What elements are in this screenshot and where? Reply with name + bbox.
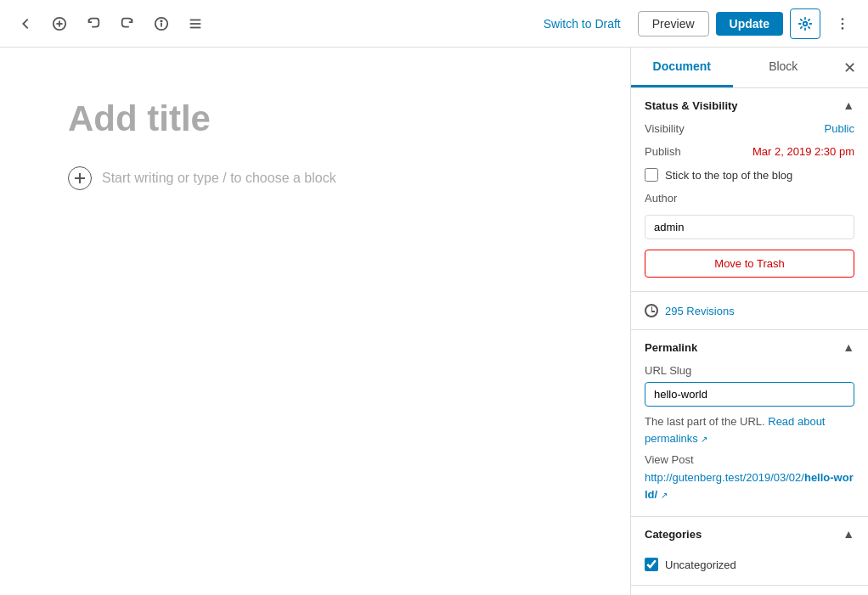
toolbar-right: Switch to Draft Preview Update <box>533 8 858 39</box>
publish-date-value[interactable]: Mar 2, 2019 2:30 pm <box>752 145 854 158</box>
permalink-section: Permalink ▲ URL Slug The last part of th… <box>631 330 868 517</box>
permalink-content: URL Slug The last part of the URL. Read … <box>631 364 868 516</box>
more-options-button[interactable] <box>827 8 858 39</box>
visibility-row: Visibility Public <box>645 122 854 135</box>
author-row: Author <box>645 192 854 205</box>
add-block-inline-button[interactable] <box>68 166 92 190</box>
category-row-uncategorized: Uncategorized <box>645 558 854 571</box>
stick-to-top-row: Stick to the top of the blog <box>645 168 854 182</box>
uncategorized-checkbox[interactable] <box>645 558 658 571</box>
url-slug-input[interactable] <box>645 382 854 407</box>
status-visibility-header[interactable]: Status & Visibility ▲ <box>631 88 868 122</box>
list-view-button[interactable] <box>180 8 211 39</box>
permalink-title: Permalink <box>645 341 697 354</box>
update-button[interactable]: Update <box>716 12 783 36</box>
settings-button[interactable] <box>790 8 820 39</box>
uncategorized-label[interactable]: Uncategorized <box>665 559 736 571</box>
undo-button[interactable] <box>78 8 109 39</box>
tab-document[interactable]: Document <box>631 48 733 87</box>
author-input[interactable] <box>645 215 854 239</box>
svg-point-11 <box>842 22 844 25</box>
move-to-trash-button[interactable]: Move to Trash <box>645 250 854 278</box>
svg-point-12 <box>842 27 844 30</box>
preview-button[interactable]: Preview <box>638 11 709 36</box>
author-label: Author <box>645 192 677 205</box>
svg-point-9 <box>803 21 808 25</box>
switch-to-draft-button[interactable]: Switch to Draft <box>533 12 631 36</box>
toolbar: Switch to Draft Preview Update <box>0 0 868 48</box>
permalink-header[interactable]: Permalink ▲ <box>631 330 868 364</box>
main-layout: Add title Start writing or type / to cho… <box>0 48 868 595</box>
visibility-label: Visibility <box>645 122 685 135</box>
sidebar-tabs: Document Block ✕ <box>631 48 868 88</box>
back-button[interactable] <box>10 8 41 39</box>
status-visibility-title: Status & Visibility <box>645 99 738 112</box>
permalink-note: The last part of the URL. Read about per… <box>645 413 854 446</box>
permalink-chevron: ▲ <box>843 340 854 354</box>
clock-icon <box>645 304 658 317</box>
view-post-label: View Post <box>645 453 854 466</box>
post-title[interactable]: Add title <box>68 98 562 139</box>
visibility-value[interactable]: Public <box>825 122 854 135</box>
categories-header[interactable]: Categories ▲ <box>631 517 868 551</box>
stick-to-top-checkbox[interactable] <box>645 168 658 182</box>
view-post-url-prefix: http://gutenberg.test/2019/03/02/ <box>645 471 804 484</box>
redo-button[interactable] <box>112 8 143 39</box>
status-visibility-chevron: ▲ <box>843 98 854 112</box>
publish-label: Publish <box>645 145 681 158</box>
svg-point-10 <box>842 18 844 20</box>
categories-section: Categories ▲ Uncategorized <box>631 517 868 586</box>
block-inserter-row: Start writing or type / to choose a bloc… <box>68 166 562 190</box>
status-visibility-section: Status & Visibility ▲ Visibility Public … <box>631 88 868 292</box>
block-placeholder-text: Start writing or type / to choose a bloc… <box>102 171 336 186</box>
publish-row: Publish Mar 2, 2019 2:30 pm <box>645 145 854 158</box>
categories-chevron: ▲ <box>843 527 854 541</box>
svg-point-5 <box>161 20 161 21</box>
sidebar-close-button[interactable]: ✕ <box>834 53 865 83</box>
revisions-row[interactable]: 295 Revisions <box>631 292 868 330</box>
tab-block[interactable]: Block <box>733 48 835 87</box>
url-slug-label: URL Slug <box>645 364 854 377</box>
add-block-toolbar-button[interactable] <box>44 8 75 39</box>
stick-to-top-label[interactable]: Stick to the top of the blog <box>665 169 792 182</box>
view-post-link[interactable]: http://gutenberg.test/2019/03/02/hello-w… <box>645 471 854 501</box>
categories-title: Categories <box>645 528 702 541</box>
sidebar: Document Block ✕ Status & Visibility ▲ V… <box>630 48 868 595</box>
status-visibility-content: Visibility Public Publish Mar 2, 2019 2:… <box>631 122 868 291</box>
revisions-text: 295 Revisions <box>665 305 735 317</box>
editor-area[interactable]: Add title Start writing or type / to cho… <box>0 48 630 595</box>
toolbar-left <box>10 8 530 39</box>
info-button[interactable] <box>146 8 177 39</box>
categories-content: Uncategorized <box>631 551 868 585</box>
